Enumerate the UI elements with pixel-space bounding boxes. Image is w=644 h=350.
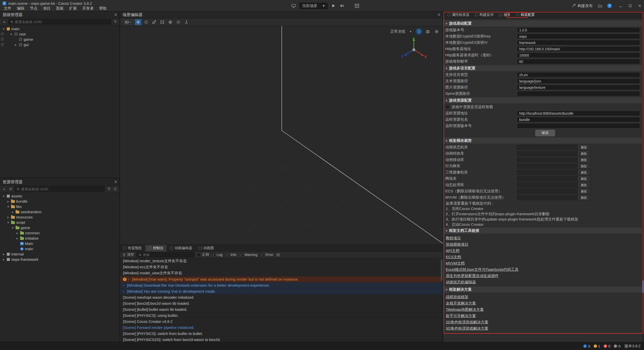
log-row[interactable]: ! › [Window] model_view文件夹不存在 bbox=[120, 270, 443, 276]
solution-link[interactable]: 新手引导解决方案 bbox=[443, 313, 642, 319]
log-row[interactable]: ! › [Scene] [PHYSICS]: switch from built… bbox=[120, 331, 443, 337]
bottom-tab[interactable]: 资源预览 bbox=[120, 245, 145, 251]
section-basic-config[interactable]: ▾ 游戏基础配置 bbox=[443, 20, 642, 27]
delete-module-button[interactable]: 删除 bbox=[578, 195, 590, 200]
save-button[interactable]: 保存 bbox=[535, 130, 555, 136]
filter-checkbox[interactable] bbox=[260, 253, 264, 257]
scene-menu-icon[interactable]: ≡ bbox=[438, 12, 440, 17]
inspector-tab[interactable]: 属性检查器 bbox=[445, 12, 472, 18]
assets-filter-icon[interactable] bbox=[107, 187, 111, 191]
filter-checkbox[interactable] bbox=[239, 253, 243, 257]
expand-arrow-icon[interactable] bbox=[7, 205, 10, 208]
layout-grid-icon[interactable] bbox=[354, 3, 360, 9]
3d-mode-toggle[interactable]: 3D▾ bbox=[123, 20, 133, 25]
status-badge[interactable]: 1 bbox=[594, 344, 600, 348]
tree-row[interactable]: initialize bbox=[0, 236, 119, 241]
tree-row[interactable]: Main bbox=[0, 241, 119, 246]
expand-arrow-icon[interactable] bbox=[16, 237, 19, 240]
section-resource-config[interactable]: ▾ 游戏资源配置 bbox=[443, 97, 642, 104]
bottom-tab[interactable]: 动画编辑器 bbox=[167, 245, 195, 251]
tree-row[interactable]: libs bbox=[0, 204, 119, 209]
field-input[interactable] bbox=[517, 46, 640, 52]
log-row[interactable]: ! › [Scene] Forward render pipeline init… bbox=[120, 325, 443, 331]
assets-menu-icon[interactable]: ≡ bbox=[114, 180, 117, 185]
menu-item[interactable]: 面板 bbox=[53, 6, 66, 11]
delete-module-button[interactable]: 删除 bbox=[578, 183, 590, 187]
delete-module-button[interactable]: 删除 bbox=[578, 158, 590, 162]
rect-tool-button[interactable] bbox=[159, 19, 166, 25]
hierarchy-filter-icon[interactable] bbox=[113, 20, 117, 23]
scene-selector-dropdown[interactable]: 当前场景▾ bbox=[299, 3, 328, 9]
lighting-toggle-icon[interactable] bbox=[416, 28, 422, 35]
delete-module-button[interactable]: 删除 bbox=[578, 170, 590, 174]
expand-arrow-icon[interactable] bbox=[2, 258, 5, 261]
tree-row[interactable]: assets bbox=[0, 193, 119, 199]
expand-arrow-icon[interactable] bbox=[11, 210, 14, 214]
log-row[interactable]: ! › [Scene] [bullet]:bullet wasm lib loa… bbox=[120, 307, 443, 313]
delete-module-button[interactable]: 删除 bbox=[578, 189, 590, 193]
assets-search-input[interactable] bbox=[21, 187, 103, 191]
delete-module-button[interactable]: 删除 bbox=[578, 164, 590, 168]
log-filter[interactable]: Log bbox=[212, 253, 222, 257]
folder-icon[interactable] bbox=[597, 3, 603, 9]
expand-log-icon[interactable]: › bbox=[128, 278, 131, 281]
bottom-tab[interactable]: 动画图 bbox=[195, 245, 217, 251]
tree-row[interactable]: resources bbox=[0, 214, 119, 220]
field-input[interactable] bbox=[517, 40, 640, 45]
expand-arrow-icon[interactable] bbox=[7, 221, 10, 224]
log-row[interactable]: ! › [Window] ecs文件夹不存在 bbox=[120, 264, 443, 270]
scale-tool-button[interactable] bbox=[151, 19, 157, 25]
section-language-config[interactable]: ▾ 游戏多语言配置 bbox=[443, 65, 642, 72]
doc-link[interactable]: API文档 bbox=[443, 247, 642, 254]
doc-link[interactable]: 动画状态机编辑器 bbox=[443, 279, 642, 285]
status-badge[interactable]: 3 bbox=[583, 344, 590, 348]
tree-row[interactable]: game bbox=[0, 37, 119, 42]
field-input[interactable] bbox=[517, 117, 640, 122]
scrollbar-thumb[interactable] bbox=[642, 280, 644, 293]
clear-console-button[interactable]: 清空 bbox=[123, 252, 134, 257]
section-module-trim[interactable]: ▾ 框架模块裁剪 bbox=[443, 138, 642, 144]
camera-icon[interactable] bbox=[424, 28, 431, 35]
console-search-input[interactable] bbox=[143, 253, 192, 257]
preview-target-icon[interactable] bbox=[291, 3, 296, 9]
lock-icon[interactable] bbox=[1, 44, 4, 46]
move-tool-button[interactable] bbox=[135, 19, 141, 25]
inspector-tab[interactable]: 构建发布 bbox=[472, 12, 496, 18]
doc-link[interactable]: MVVM文档 bbox=[443, 260, 642, 266]
build-publish-button[interactable]: 构建发布 bbox=[572, 4, 593, 8]
doc-link[interactable]: Excel格式转Json文件与TypeScript代码工具 bbox=[443, 266, 642, 273]
log-row[interactable]: ! › [Scene] [PHYSICS2D]: switch from box… bbox=[120, 337, 443, 342]
log-row[interactable]: ! › [Window] Download the Vue Devtools e… bbox=[120, 282, 443, 288]
menu-item[interactable]: 项目 bbox=[40, 6, 53, 11]
menu-item[interactable]: 扩展 bbox=[66, 6, 79, 11]
field-input[interactable] bbox=[517, 123, 640, 128]
step-button[interactable] bbox=[339, 3, 345, 9]
tree-row[interactable]: internal bbox=[0, 251, 119, 257]
tree-row[interactable]: gui bbox=[0, 42, 119, 47]
scene-viewport[interactable]: 正常浏览▾ bbox=[120, 26, 443, 245]
filter-checkbox[interactable] bbox=[225, 253, 229, 257]
minimize-button[interactable] bbox=[618, 4, 623, 8]
coordinate-toggle-button[interactable] bbox=[183, 19, 190, 25]
solution-link[interactable]: 全栈开发解决方案 bbox=[443, 300, 642, 306]
collapse-logs-icon[interactable] bbox=[276, 253, 280, 256]
transform-tool-button[interactable] bbox=[167, 19, 174, 25]
pivot-toggle-button[interactable] bbox=[175, 19, 182, 25]
section-doc-links[interactable]: ▾ 框架文档工具链接 bbox=[443, 228, 642, 234]
regex-checkbox[interactable] bbox=[197, 253, 201, 257]
status-badge[interactable]: 0 bbox=[604, 344, 610, 348]
remote-load-checkbox[interactable] bbox=[446, 105, 450, 109]
inspector-tab[interactable]: 服务 bbox=[497, 12, 513, 18]
sort-assets-icon[interactable] bbox=[8, 187, 13, 191]
menu-item[interactable]: 编辑 bbox=[14, 6, 27, 11]
tree-row[interactable]: common bbox=[0, 230, 119, 236]
log-row[interactable]: ! › [Window] You are running Vue in deve… bbox=[120, 288, 443, 294]
tree-row[interactable]: seedrandom bbox=[0, 209, 119, 214]
log-filter[interactable]: Warning bbox=[239, 253, 258, 257]
doc-link[interactable]: 游戏模板项目 bbox=[443, 241, 642, 247]
menu-item[interactable]: 节点 bbox=[27, 6, 40, 11]
help-icon[interactable]: ? bbox=[607, 4, 612, 8]
close-button[interactable] bbox=[637, 4, 642, 8]
refresh-icon[interactable] bbox=[113, 187, 117, 191]
menu-item[interactable]: 帮助 bbox=[96, 6, 109, 11]
